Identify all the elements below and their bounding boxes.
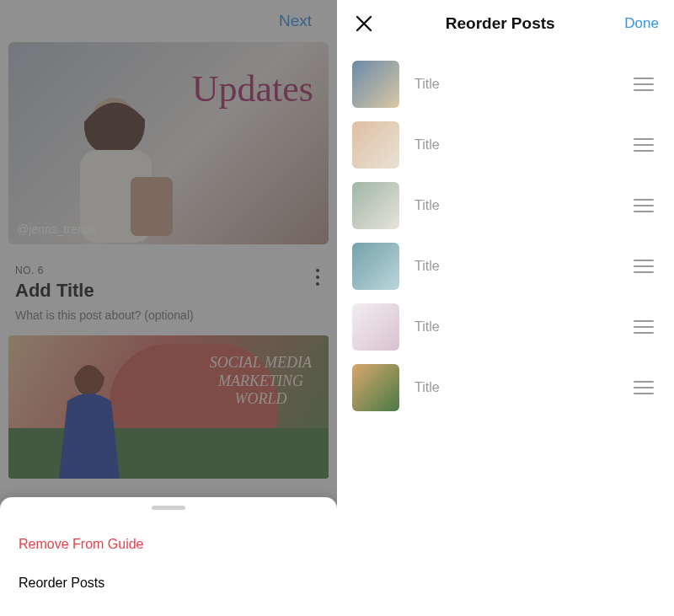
svg-point-3 — [316, 269, 319, 272]
list-item[interactable]: Title — [345, 236, 666, 297]
post-image: SOCIAL MEDIAMARKETINGWORLD — [8, 335, 329, 479]
drag-handle-icon — [634, 137, 654, 153]
post-thumbnail — [352, 243, 399, 290]
hero-overlay-text: Updates — [192, 67, 313, 110]
post-title: Title — [415, 77, 630, 92]
post-thumbnail — [352, 303, 399, 351]
list-item[interactable]: Title — [345, 175, 666, 236]
post-thumbnail — [352, 364, 399, 411]
reorder-posts-option[interactable]: Reorder Posts — [19, 564, 318, 603]
remove-from-guide-option[interactable]: Remove From Guide — [19, 525, 318, 564]
post-number: NO. 6 — [15, 265, 94, 276]
drag-handle-icon — [634, 380, 654, 395]
post-title: Title — [415, 137, 630, 153]
kebab-icon — [315, 268, 320, 287]
svg-point-5 — [316, 282, 319, 286]
post-thumbnail — [352, 121, 399, 169]
drag-handle-icon — [634, 319, 654, 335]
close-icon — [355, 14, 373, 33]
guide-editor-screen: Next Updates @jenns_trends NO. 6 Add Tit… — [0, 0, 337, 616]
hero-username-tag: @jenns_trends — [17, 222, 96, 236]
post-thumbnail — [352, 182, 399, 229]
post-thumbnail — [352, 61, 399, 108]
post-block: NO. 6 Add Title What is this post about?… — [0, 244, 337, 322]
post-title: Title — [415, 198, 630, 213]
hero-image: Updates @jenns_trends — [8, 42, 329, 244]
list-item[interactable]: Title — [345, 357, 666, 418]
drag-handle-icon — [634, 198, 654, 213]
drag-handle[interactable] — [630, 253, 657, 280]
description-input[interactable]: What is this post about? (optional) — [15, 308, 322, 322]
drag-handle[interactable] — [630, 131, 657, 158]
drag-handle[interactable] — [630, 313, 657, 340]
list-item[interactable]: Title — [345, 54, 666, 115]
svg-point-4 — [316, 276, 319, 279]
list-item[interactable]: Title — [345, 115, 666, 175]
post-title: Title — [415, 380, 630, 395]
drag-handle[interactable] — [630, 374, 657, 401]
reorder-posts-screen: Reorder Posts Done Title Title Title — [337, 0, 674, 616]
title-input[interactable]: Add Title — [15, 280, 94, 302]
list-item[interactable]: Title — [345, 297, 666, 357]
svg-rect-7 — [8, 428, 329, 479]
more-options-button[interactable] — [313, 265, 322, 292]
next-button[interactable]: Next — [279, 12, 312, 30]
header: Reorder Posts Done — [337, 0, 674, 47]
post-title: Title — [415, 319, 630, 335]
svg-rect-2 — [131, 177, 173, 236]
reorder-list: Title Title Title Ti — [337, 47, 674, 418]
done-button[interactable]: Done — [624, 15, 659, 32]
post-title: Title — [415, 259, 630, 274]
drag-handle-icon — [634, 259, 654, 274]
sheet-grabber[interactable] — [152, 506, 185, 510]
bottom-sheet: Remove From Guide Reorder Posts — [0, 497, 337, 616]
drag-handle-icon — [634, 77, 654, 92]
top-bar: Next — [0, 0, 337, 42]
close-button[interactable] — [352, 12, 376, 35]
drag-handle[interactable] — [630, 71, 657, 98]
hero-person-illustration — [34, 76, 202, 244]
drag-handle[interactable] — [630, 192, 657, 219]
header-title: Reorder Posts — [446, 14, 555, 33]
